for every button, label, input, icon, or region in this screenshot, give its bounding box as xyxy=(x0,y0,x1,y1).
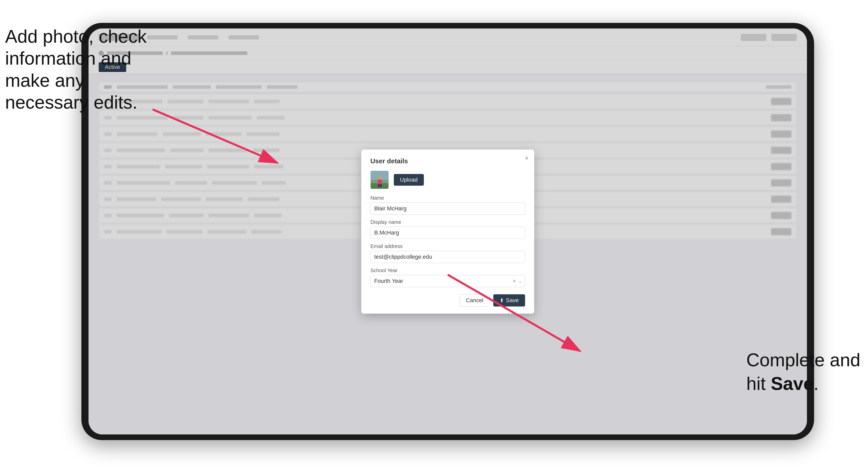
svg-rect-10 xyxy=(380,184,381,187)
modal-footer: Cancel ⬆ Save xyxy=(370,294,525,307)
annotation-left: Add photo, check information and make an… xyxy=(5,25,147,114)
display-name-field-group: Display name xyxy=(370,219,525,239)
upload-button[interactable]: Upload xyxy=(394,174,424,186)
school-year-input[interactable] xyxy=(370,275,525,287)
photo-thumbnail xyxy=(370,171,389,189)
svg-rect-9 xyxy=(378,184,379,187)
svg-point-7 xyxy=(378,175,381,180)
save-icon: ⬆ xyxy=(500,297,504,304)
modal-backdrop: User details × xyxy=(89,29,807,434)
tablet-screen: Active xyxy=(89,29,807,434)
name-input[interactable] xyxy=(370,203,525,215)
school-year-label: School Year xyxy=(370,268,525,274)
select-clear-button[interactable]: × xyxy=(513,278,516,284)
save-button[interactable]: ⬆ Save xyxy=(493,294,525,307)
modal-title: User details xyxy=(370,157,525,165)
school-year-select-wrapper: × ⌄ xyxy=(370,275,525,287)
app-background: Active xyxy=(89,29,807,434)
school-year-field-group: School Year × ⌄ xyxy=(370,268,525,287)
email-label: Email address xyxy=(370,243,525,249)
modal-dialog: User details × xyxy=(361,150,534,314)
save-button-label: Save xyxy=(506,297,519,304)
name-label: Name xyxy=(370,195,525,201)
annotation-right: Complete and hit Save. xyxy=(746,348,860,396)
svg-rect-8 xyxy=(378,180,382,185)
tablet-frame: Active xyxy=(82,23,814,440)
email-input[interactable] xyxy=(370,251,525,263)
display-name-input[interactable] xyxy=(370,227,525,239)
modal-close-button[interactable]: × xyxy=(525,154,529,162)
email-field-group: Email address xyxy=(370,243,525,263)
photo-section: Upload xyxy=(370,171,525,189)
display-name-label: Display name xyxy=(370,219,525,225)
photo-image xyxy=(371,171,389,189)
name-field-group: Name xyxy=(370,195,525,215)
cancel-button[interactable]: Cancel xyxy=(459,294,490,307)
